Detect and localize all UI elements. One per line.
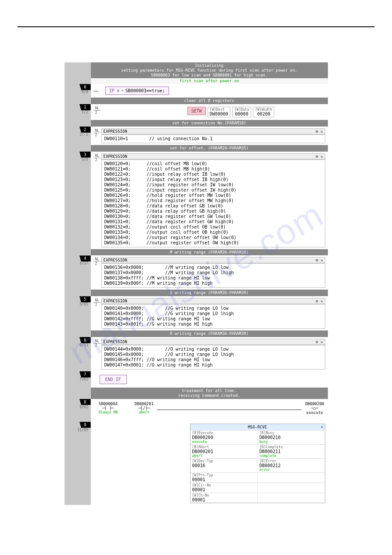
- contact-always-on[interactable]: SB000004 ─┤ ├─ Always ON: [99, 402, 118, 414]
- rung-sub-8: 8/62: [65, 405, 91, 409]
- rung-number-7[interactable]: 7: [79, 371, 90, 377]
- if-keyword: IF: [109, 88, 115, 93]
- expression-header[interactable]: EXPRESSION ⊞ ⇲: [101, 257, 325, 263]
- rung-number-9[interactable]: 9: [79, 422, 90, 428]
- rung-number-3[interactable]: 3: [79, 152, 90, 158]
- fb-busy-out[interactable]: [B]Busy DB000210 busy: [258, 431, 325, 444]
- coil-execute[interactable]: DB000200 ─○─ execute: [305, 402, 324, 415]
- fb-abort-in[interactable]: [B]Abort DB000201 abort: [191, 445, 258, 458]
- contact-no-icon: ─┤ ├─: [99, 406, 118, 410]
- fb-complete-out[interactable]: [B]Complete DB000211 complete: [258, 445, 325, 458]
- section-banner-o-range: O writing range (PARAM36-PARAM39): [91, 330, 328, 337]
- rung-sub-0: 0/0: [65, 90, 91, 94]
- nl-label: NL: [94, 106, 101, 111]
- collapse-triangle-icon[interactable]: ▲: [321, 425, 323, 428]
- nl-label: NL: [94, 154, 101, 158]
- page-rule: [18, 26, 374, 27]
- rung-sub-7: 7/61: [65, 377, 91, 381]
- rung-number-1[interactable]: 1: [79, 104, 90, 110]
- fb-protyp-in[interactable]: [W]Pro-Typ 00001: [191, 473, 258, 482]
- expand-icon[interactable]: ⊞ ⇲: [316, 258, 323, 262]
- setw-instruction[interactable]: SETW: [187, 107, 206, 115]
- expression-code-5[interactable]: DW00140=0x0000; //G writing range LO low…: [101, 304, 325, 329]
- expression-header[interactable]: EXPRESSION ⊞ ⇲: [101, 298, 325, 304]
- expression-header[interactable]: EXPRESSION ⊞ ⇲: [101, 153, 325, 160]
- setw-dest[interactable]: [W]Dest DW00000: [208, 107, 230, 117]
- expression-code-6[interactable]: DW00144=0x0000; //O writing range LO low…: [101, 345, 325, 370]
- contact-nc-icon: ─┤/├─: [135, 406, 154, 410]
- expression-header[interactable]: EXPRESSION ⊞ ⇲: [101, 128, 325, 134]
- rung-number-6[interactable]: 6: [79, 337, 90, 343]
- nl-label: NL: [94, 258, 101, 262]
- rung-sub-2: 2/-1: [65, 133, 91, 137]
- fb-cirno-in[interactable]: [W]Cir-No 00001: [191, 483, 258, 493]
- coil-icon: ─○─: [305, 406, 324, 410]
- rung-number-2[interactable]: 2: [79, 127, 90, 133]
- rung-number-5[interactable]: 5: [79, 296, 90, 302]
- rung-sub-5: 5/45: [65, 302, 91, 306]
- contact-abort[interactable]: DB000201 ─┤/├─ abort: [135, 402, 154, 414]
- section-banner-clear: clear all D registers: [91, 98, 328, 104]
- expand-icon[interactable]: ⊞ ⇲: [316, 129, 323, 134]
- expression-code-2[interactable]: DW00110=1 // using connection No.1: [101, 134, 325, 143]
- expression-code-4[interactable]: DW00136=0x0000; //M writing range LO low…: [101, 263, 325, 288]
- function-block-msg-rcve[interactable]: MSG-RCVE ▲ [B]Execute DB000200 execute […: [190, 424, 325, 503]
- if-block[interactable]: IF ≣ × SB000003==true;: [105, 87, 169, 95]
- nl-label: NL: [94, 339, 101, 344]
- rung-sub-1: 1/2: [65, 110, 91, 114]
- endif-block[interactable]: END_IF: [100, 375, 127, 384]
- section-banner-treatment: treatment for all time. receiving comman…: [91, 388, 328, 399]
- rung-sub-9: 11/85: [65, 428, 91, 432]
- nl-label: NL: [94, 298, 101, 303]
- expand-icon[interactable]: ⊞ ⇲: [316, 340, 323, 344]
- fb-chno-in[interactable]: [W]Ch-No 00001: [191, 493, 258, 503]
- section-banner-m-range: M writing range (PARAM36-PARAM39): [91, 249, 328, 256]
- section-banner-g-range: G writing range (PARAM36-PARAM39): [91, 290, 328, 296]
- rung-number-0[interactable]: 0: [79, 84, 90, 90]
- section-banner-init: Initializing setting parameters for MSG-…: [91, 62, 328, 78]
- nl-label: NL: [94, 129, 101, 133]
- rung-sub-4: 4/37: [65, 261, 91, 265]
- rung-number-4[interactable]: 4: [79, 255, 90, 261]
- rung-sub-6: 6/53: [65, 343, 91, 347]
- if-expression: SB000003==true;: [125, 88, 165, 93]
- setw-data[interactable]: [W]Data 00000: [232, 107, 252, 117]
- fb-error-out[interactable]: [B]Error DB000212 error: [258, 459, 325, 472]
- rung-number-8[interactable]: 8: [79, 399, 90, 405]
- expression-code-3[interactable]: DW00120=0; //coil offset MB low(0) DW001…: [101, 160, 325, 247]
- expression-header[interactable]: EXPRESSION ⊞ ⇲: [101, 339, 325, 345]
- expand-icon[interactable]: ⊞ ⇲: [316, 154, 323, 159]
- fb-devtyp-in[interactable]: [W]Dev-Typ 00016: [191, 459, 258, 472]
- comment-first-scan: first scan after power on: [91, 78, 328, 84]
- collapse-icon[interactable]: ≣ ×: [117, 89, 123, 93]
- fb-title: MSG-RCVE: [248, 425, 267, 429]
- fb-execute-in[interactable]: [B]Execute DB000200 execute: [191, 431, 258, 444]
- section-banner-offset: set for offset. (PARAM20-PARAM35): [91, 145, 328, 152]
- section-banner-conn: set for connection No.(PARAM10): [91, 120, 328, 127]
- setw-width[interactable]: [W]Width 00200: [253, 107, 274, 117]
- rung-sub-3: 3/5: [65, 158, 91, 162]
- expand-icon[interactable]: ⊞ ⇲: [316, 299, 323, 303]
